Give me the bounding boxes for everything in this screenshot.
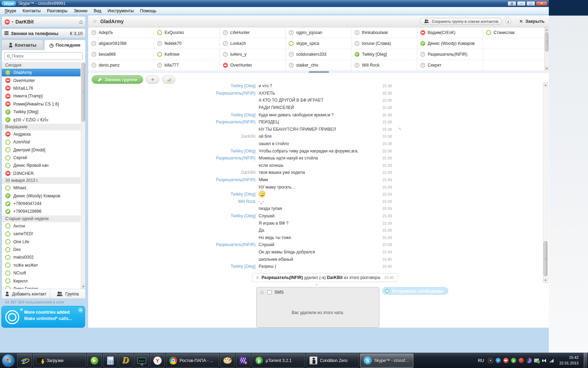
contact-row[interactable]: Андрюха	[2, 130, 80, 138]
participant-cell[interactable]: Секрет	[417, 60, 483, 71]
grid-scroll-thumb[interactable]	[545, 32, 548, 52]
participant-cell[interactable]: thinkaboutwar	[351, 27, 417, 38]
participant-cell[interactable]: Денис (Woody) Комаров	[417, 38, 483, 49]
taskbar-button-paint[interactable]	[220, 354, 235, 368]
contact-row[interactable]: MiXaiLL76	[2, 84, 80, 92]
speaker-icon[interactable]	[541, 358, 547, 363]
chat-scroll-up[interactable]: ▲	[543, 83, 548, 87]
emoticon-picker-icon[interactable]: ☺	[259, 289, 265, 295]
close-conversation-button[interactable]: ✕ Закрыть	[519, 19, 545, 24]
menu-item-7[interactable]: Помощь	[137, 7, 159, 14]
chat-scrollbar[interactable]: ▲ ▼	[543, 82, 548, 283]
star-icon[interactable]: ☆	[92, 18, 97, 25]
grid-hscroll-thumb[interactable]	[309, 71, 329, 73]
taskbar-button-downloads[interactable]: Загрузки	[33, 354, 86, 368]
send-message-button[interactable]: Отправить сообщение	[382, 287, 448, 295]
message-author[interactable]: Twikky [Oleg]	[88, 264, 255, 269]
participant-cell[interactable]: Will Rock	[351, 60, 417, 71]
taskbar-button-system-monitor[interactable]	[134, 354, 149, 368]
star-box-icon[interactable]	[488, 358, 493, 363]
contact-row[interactable]: Ромик[Инвайты CS 1.6]	[2, 100, 80, 108]
usb-check-icon[interactable]	[534, 359, 539, 362]
language-bar-button[interactable]: ▥	[507, 1, 516, 6]
tab-recent[interactable]: ◷ Последние	[44, 40, 86, 50]
participant-cell[interactable]: solidsnakers333	[286, 49, 351, 60]
message-author[interactable]: Twikky [Oleg]	[88, 213, 255, 218]
message-author[interactable]: Разрешатель(INFIR)	[88, 91, 255, 96]
add-contact-button[interactable]: Добавить контакт	[2, 289, 50, 299]
participant-cell[interactable]: Lovkach	[220, 38, 286, 49]
message-author[interactable]: Разрешатель(INFIR)	[88, 177, 255, 182]
contact-row[interactable]: OverHunter	[2, 76, 80, 84]
contact-row[interactable]: тоЖе моЖет	[2, 261, 80, 269]
message-author[interactable]: Twikky [Oleg]	[88, 113, 255, 117]
maximize-button[interactable]: ▢	[526, 1, 535, 6]
start-button[interactable]	[2, 354, 15, 367]
message-author[interactable]: DarKBit	[88, 170, 255, 175]
close-button[interactable]: ✕	[536, 1, 547, 6]
participant-cell[interactable]: Twikky [Oleg]	[351, 49, 417, 60]
language-indicator[interactable]: RU	[478, 358, 484, 363]
download-circle-icon[interactable]	[496, 358, 501, 363]
participant-cell[interactable]: Разрешатель(INFIR)	[417, 49, 483, 60]
save-group-button[interactable]: Сохранить группу в списке контактов	[420, 18, 502, 25]
participant-cell[interactable]: skype_spica	[286, 38, 351, 49]
grid-scroll-up[interactable]: ▲	[545, 27, 549, 32]
scrollbar-thumb[interactable]	[82, 63, 85, 122]
menu-item-1[interactable]: Skype	[1, 7, 19, 14]
banner-close-icon[interactable]: ✕	[78, 308, 83, 313]
participant-cell[interactable]: stalker_chiv	[286, 60, 351, 71]
pie-chart-icon[interactable]	[526, 358, 532, 363]
participant-cell[interactable]: ExQusmio	[154, 27, 220, 38]
participant-cell[interactable]: AdeptЪ	[88, 27, 154, 38]
tab-contacts[interactable]: Контакты	[1, 40, 43, 50]
contact-row[interactable]: MihaeL	[2, 184, 80, 192]
profile-bar[interactable]: ▾ DarKBit ⌂	[1, 16, 86, 27]
participant-cell[interactable]: OverHunter	[220, 60, 286, 71]
splitter-handle[interactable]	[316, 284, 317, 286]
contact-row[interactable]: Никита [Tramp]	[2, 92, 80, 100]
menu-item-2[interactable]: Контакты	[19, 7, 44, 14]
participant-cell[interactable]: lu4ero_y	[220, 49, 286, 60]
show-desktop-button[interactable]	[584, 353, 587, 368]
participants-scrollbar[interactable]: ▲ ▼	[544, 27, 549, 71]
network-bars-icon[interactable]	[549, 359, 554, 362]
chat-scroll-down[interactable]: ▼	[543, 278, 548, 282]
message-author[interactable]: Twikky [Oleg]	[88, 83, 255, 88]
participant-cell[interactable]: fedekk70	[154, 38, 220, 49]
participant-cell[interactable]: Станислав	[483, 27, 549, 38]
taskbar-button-purple-game[interactable]	[236, 354, 251, 368]
contact-row[interactable]: +79094128696	[2, 207, 80, 215]
contact-row[interactable]: Денис (Woody) Комаров	[2, 192, 80, 199]
message-author[interactable]: Will Rock	[88, 199, 255, 204]
contact-row[interactable]: sameTED!	[2, 230, 80, 238]
contact-row[interactable]: NCsoft	[2, 269, 80, 277]
contact-row[interactable]: D3NCHER.	[2, 170, 80, 177]
participant-cell[interactable]: killa777	[154, 60, 220, 71]
contact-row[interactable]: ęźĭŏ √ EZIO √ €żÍυ	[2, 116, 80, 123]
participant-cell[interactable]: Вадим(CrEsK)	[417, 27, 483, 38]
search-input[interactable]	[12, 54, 80, 59]
contact-row[interactable]: +79094047244	[2, 200, 80, 207]
menu-item-6[interactable]: Инструменты	[104, 7, 137, 14]
create-group-button[interactable]: Группа	[50, 289, 85, 299]
participant-cell[interactable]: aligator081088	[88, 38, 154, 49]
participant-cell[interactable]: Kefiriwe	[154, 49, 220, 60]
my-status-icon[interactable]	[5, 19, 10, 25]
skype-dnd-icon[interactable]	[503, 358, 509, 363]
participant-cell[interactable]: denis.pwnz	[88, 60, 154, 71]
chat-scroll-thumb[interactable]	[544, 241, 547, 276]
contact-row[interactable]: Антон	[2, 222, 80, 230]
taskbar-button-media-player[interactable]	[87, 354, 102, 368]
info-button[interactable]: i	[505, 18, 511, 24]
message-author[interactable]: DarKBit	[88, 134, 255, 139]
message-author[interactable]: Разрешатель(INFIR)	[88, 120, 255, 124]
home-icon[interactable]: ⌂	[79, 19, 83, 25]
participant-cell[interactable]: LifeHunter	[220, 27, 286, 38]
utorrent-mini-icon[interactable]	[511, 358, 516, 363]
contact-row[interactable]: Кирилл	[2, 277, 80, 285]
message-author[interactable]: Twikky [Oleg]	[88, 149, 255, 154]
scroll-down-arrow[interactable]: ▼	[81, 284, 85, 289]
contact-row[interactable]: One Life	[2, 238, 80, 245]
grid-horizontal-scrollbar[interactable]	[88, 71, 549, 73]
